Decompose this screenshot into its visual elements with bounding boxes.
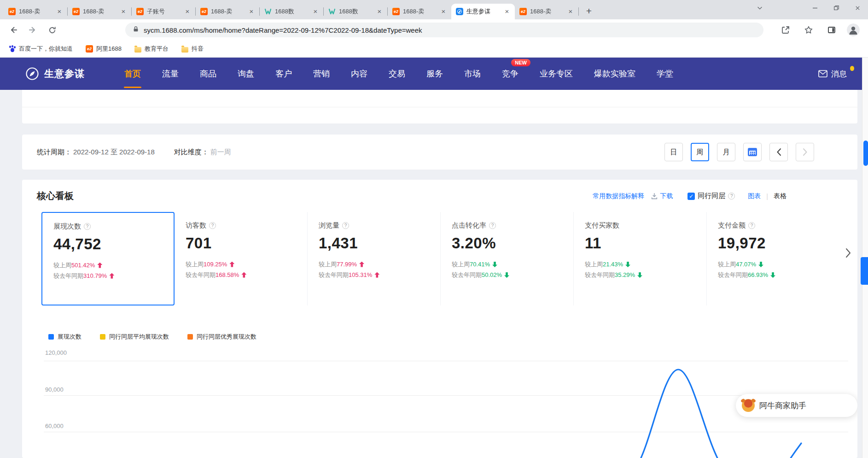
- period-label: 统计周期：: [37, 148, 71, 157]
- bookmark-folder-education[interactable]: 教育平台: [134, 45, 169, 53]
- bookmark-baidu[interactable]: 百度一下，你就知道: [8, 45, 73, 53]
- browser-tab[interactable]: 1688-卖 ×: [4, 4, 67, 19]
- merchant-assistant-widget[interactable]: 阿牛商家助手: [736, 394, 857, 417]
- browser-tab[interactable]: 1688-卖 ×: [68, 4, 131, 19]
- nav-item-marketing[interactable]: 营销: [313, 58, 330, 90]
- profile-avatar[interactable]: [847, 23, 860, 36]
- metric-explanation-link[interactable]: 常用数据指标解释: [593, 192, 644, 200]
- bookmarks-bar: 百度一下，你就知道 阿里1688 教育平台 抖音: [0, 41, 868, 58]
- metric-card-pageviews[interactable]: 浏览量 1,431 较上周77.99% 较去年同期105.31%: [308, 212, 441, 305]
- feedback-side-tab[interactable]: [861, 257, 868, 285]
- close-tab-icon[interactable]: ×: [566, 7, 575, 16]
- y-axis-tick: 60,000: [45, 423, 64, 429]
- nav-item-content[interactable]: 内容: [351, 58, 367, 90]
- previous-period-button[interactable]: [769, 143, 788, 161]
- legend-label: 同行同层优秀展现次数: [197, 333, 256, 341]
- metric-card-payment-amount[interactable]: 支付金额 19,972 较上周47.07% 较去年同期66.93%: [707, 212, 840, 305]
- legend-item-impressions[interactable]: 展现次数: [48, 333, 82, 341]
- metric-value: 11: [585, 235, 695, 252]
- close-tab-icon[interactable]: ×: [247, 7, 256, 16]
- wow-value: 501.42%: [71, 260, 102, 270]
- calendar-picker-button[interactable]: [743, 143, 762, 161]
- help-icon[interactable]: [728, 193, 735, 200]
- nav-item-market[interactable]: 市场: [464, 58, 481, 90]
- nav-item-academy[interactable]: 学堂: [657, 58, 673, 90]
- restore-window-icon[interactable]: [826, 0, 847, 16]
- download-button[interactable]: 下载: [651, 192, 673, 200]
- granularity-day-button[interactable]: 日: [664, 143, 683, 161]
- download-label: 下载: [660, 192, 673, 200]
- help-icon[interactable]: [342, 222, 349, 229]
- view-chart-toggle[interactable]: 图表: [748, 192, 761, 200]
- nav-item-traffic[interactable]: 流量: [162, 58, 179, 90]
- side-panel-icon[interactable]: [824, 22, 839, 38]
- forward-icon[interactable]: [25, 22, 41, 38]
- nav-item-inquiries[interactable]: 询盘: [238, 58, 254, 90]
- help-icon[interactable]: [489, 222, 496, 229]
- nav-item-services[interactable]: 服务: [426, 58, 443, 90]
- view-table-toggle[interactable]: 表格: [774, 192, 786, 200]
- browser-tab[interactable]: 1688-卖 ×: [515, 4, 578, 19]
- new-tab-button[interactable]: +: [583, 5, 595, 18]
- section-divider: [22, 107, 857, 107]
- granularity-week-button[interactable]: 周: [691, 143, 709, 161]
- legend-item-peer-average[interactable]: 同行同层平均展现次数: [100, 333, 169, 341]
- metric-card-click-conversion[interactable]: 点击转化率 3.20% 较上周70.41% 较去年同期50.02%: [441, 212, 574, 305]
- bookmark-label: 百度一下，你就知道: [19, 45, 73, 53]
- trend-arrow-icon: [637, 272, 642, 278]
- nav-item-trade[interactable]: 交易: [389, 58, 405, 90]
- browser-tab[interactable]: 1688-卖 ×: [388, 4, 451, 19]
- bookmark-ali1688[interactable]: 阿里1688: [86, 45, 122, 53]
- close-tab-icon[interactable]: ×: [439, 7, 448, 16]
- tab-search-chevron-icon[interactable]: [751, 0, 769, 16]
- help-icon[interactable]: [84, 223, 91, 230]
- browser-tab[interactable]: 1688数 ×: [324, 4, 387, 19]
- brand-logo[interactable]: 生意参谋: [25, 67, 85, 81]
- metric-card-paying-buyers[interactable]: 支付买家数 11 较上周21.43% 较去年同期35.29%: [574, 212, 707, 305]
- legend-label: 展现次数: [58, 333, 82, 341]
- tab-title: 1688-卖: [403, 7, 436, 16]
- minimize-icon[interactable]: [804, 0, 826, 16]
- nav-item-customers[interactable]: 客户: [275, 58, 292, 90]
- close-tab-icon[interactable]: ×: [55, 7, 64, 16]
- yoy-value: 310.79%: [83, 270, 114, 281]
- close-tab-icon[interactable]: ×: [375, 7, 384, 16]
- nav-item-products[interactable]: 商品: [200, 58, 216, 90]
- help-icon[interactable]: [748, 222, 755, 229]
- bookmark-star-icon[interactable]: [801, 22, 816, 38]
- close-tab-icon[interactable]: ×: [503, 7, 511, 16]
- nav-item-hot-lab[interactable]: 爆款实验室: [594, 58, 635, 90]
- nav-item-business-zone[interactable]: 业务专区: [540, 58, 573, 90]
- close-tab-icon[interactable]: ×: [183, 7, 192, 16]
- share-icon[interactable]: [778, 22, 793, 38]
- bookmark-label: 阿里1688: [96, 45, 122, 53]
- metric-card-impressions[interactable]: 展现次数 44,752 较上周501.42% 较去年同期310.79%: [41, 212, 175, 305]
- messages-button[interactable]: 消息: [818, 69, 847, 79]
- alibaba-1688-icon: [392, 8, 400, 15]
- next-period-button[interactable]: [796, 143, 814, 161]
- nav-item-competition[interactable]: 竞争 NEW: [502, 58, 518, 90]
- close-window-icon[interactable]: [847, 0, 868, 16]
- browser-tab[interactable]: 子账号 ×: [132, 4, 195, 19]
- url-bar[interactable]: sycm.1688.com/ms/home/home?dateRange=202…: [125, 23, 763, 37]
- legend-item-peer-excellent[interactable]: 同行同层优秀展现次数: [187, 333, 256, 341]
- close-tab-icon[interactable]: ×: [119, 7, 128, 16]
- scrollbar-thumb[interactable]: [863, 141, 868, 166]
- close-tab-icon[interactable]: ×: [311, 7, 320, 16]
- peer-layer-checkbox[interactable]: [687, 193, 695, 200]
- scrolled-section-remnant: [22, 90, 857, 123]
- browser-tab-active[interactable]: 生意参谋 ×: [451, 4, 515, 19]
- back-icon[interactable]: [6, 22, 21, 38]
- bookmark-folder-douyin[interactable]: 抖音: [181, 45, 204, 53]
- granularity-month-button[interactable]: 月: [717, 143, 735, 161]
- metric-card-visitors[interactable]: 访客数 701 较上周109.25% 较去年同期168.58%: [175, 212, 308, 305]
- compass-logo-icon: [25, 67, 39, 81]
- browser-tab[interactable]: 1688-卖 ×: [196, 4, 259, 19]
- metric-cards-row: 展现次数 44,752 较上周501.42% 较去年同期310.79% 访客数 …: [41, 212, 840, 305]
- nav-item-home[interactable]: 首页: [124, 58, 141, 90]
- help-icon[interactable]: [209, 222, 216, 229]
- reload-icon[interactable]: [44, 22, 60, 38]
- browser-tab[interactable]: 1688数 ×: [260, 4, 323, 19]
- metrics-carousel-next-button[interactable]: [845, 248, 851, 260]
- url-text[interactable]: sycm.1688.com/ms/home/home?dateRange=202…: [144, 26, 422, 34]
